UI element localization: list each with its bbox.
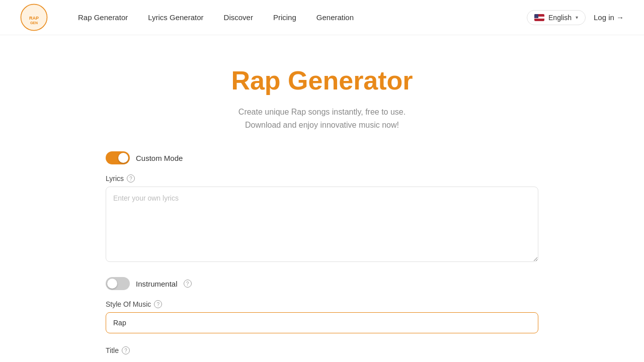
page-subtitle: Create unique Rap songs instantly, free …: [106, 106, 538, 131]
navbar: RAP GEN Rap Generator Lyrics Generator D…: [0, 0, 644, 35]
flag-icon: [534, 14, 544, 21]
lyrics-label: Lyrics ?: [106, 174, 538, 183]
svg-text:RAP: RAP: [29, 16, 39, 21]
instrumental-toggle-thumb: [107, 279, 117, 289]
nav-right: English ▾ Log in →: [527, 10, 624, 25]
nav-link-discover[interactable]: Discover: [224, 13, 253, 22]
nav-link-pricing[interactable]: Pricing: [273, 13, 296, 22]
custom-mode-label: Custom Mode: [136, 154, 183, 162]
login-link[interactable]: Log in →: [594, 13, 624, 22]
toggle-track: [106, 151, 130, 164]
svg-text:GEN: GEN: [30, 21, 38, 25]
lyrics-help-icon[interactable]: ?: [127, 174, 135, 183]
toggle-thumb: [118, 153, 128, 163]
language-selector[interactable]: English ▾: [527, 10, 586, 25]
lyrics-section: Lyrics ?: [106, 174, 538, 274]
style-label: Style Of Music ?: [106, 300, 538, 308]
nav-link-lyrics-generator[interactable]: Lyrics Generator: [148, 13, 203, 22]
nav-links: Rap Generator Lyrics Generator Discover …: [78, 13, 527, 22]
language-label: English: [548, 14, 572, 22]
nav-link-generation[interactable]: Generation: [316, 13, 354, 22]
instrumental-help-icon[interactable]: ?: [184, 280, 192, 288]
title-label: Title ?: [106, 346, 538, 354]
title-section: Title ?: [106, 346, 538, 354]
instrumental-toggle[interactable]: [106, 277, 130, 290]
custom-mode-toggle[interactable]: [106, 151, 130, 164]
page-title: Rap Generator: [106, 65, 538, 96]
custom-mode-row: Custom Mode: [106, 151, 538, 164]
instrumental-toggle-track: [106, 277, 130, 290]
nav-link-rap-generator[interactable]: Rap Generator: [78, 13, 128, 22]
title-help-icon[interactable]: ?: [122, 346, 130, 354]
instrumental-row: Instrumental ?: [106, 277, 538, 290]
lyrics-input[interactable]: [106, 187, 538, 262]
style-section: Style Of Music ?: [106, 300, 538, 343]
main-content: Rap Generator Create unique Rap songs in…: [96, 35, 548, 362]
logo-link[interactable]: RAP GEN: [20, 4, 48, 31]
style-input[interactable]: [106, 312, 538, 333]
style-help-icon[interactable]: ?: [154, 300, 162, 308]
chevron-down-icon: ▾: [576, 15, 578, 20]
instrumental-label: Instrumental: [136, 280, 178, 288]
